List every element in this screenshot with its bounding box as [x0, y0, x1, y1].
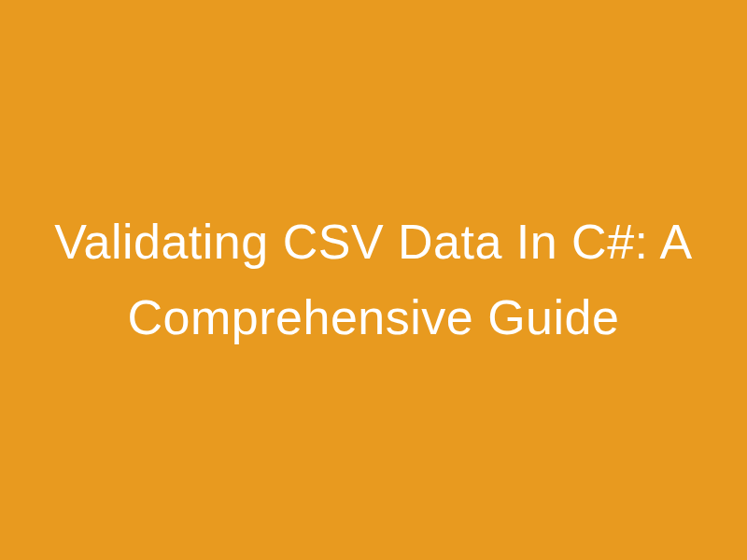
page-title: Validating CSV Data In C#: A Comprehensi… [0, 204, 747, 355]
